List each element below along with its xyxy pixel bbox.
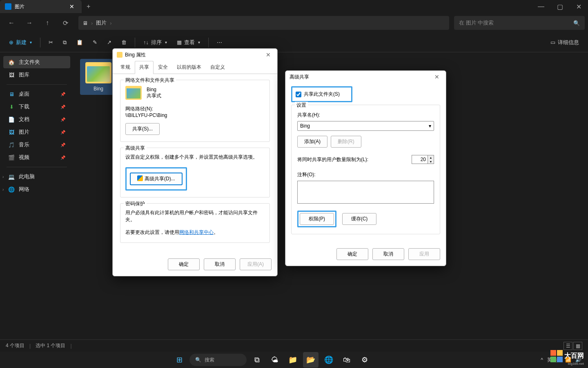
copy-button[interactable]: ⧉ xyxy=(59,36,71,49)
up-button[interactable]: ↑ xyxy=(39,16,56,30)
cancel-button[interactable]: 取消 xyxy=(372,248,404,260)
downloads-icon: ⬇ xyxy=(8,103,15,110)
sidebar-item-home[interactable]: 🏠主文件夹 xyxy=(3,56,70,68)
folder-bing[interactable]: Bing xyxy=(80,59,117,95)
tab-general[interactable]: 常规 xyxy=(116,61,135,74)
share-name-select[interactable]: Bing ▾ xyxy=(297,121,434,131)
new-tab-button[interactable]: + xyxy=(82,3,95,10)
breadcrumb-current[interactable]: 图片 xyxy=(96,19,107,27)
watermark-icon xyxy=(550,350,563,362)
delete-button[interactable]: 🗑 xyxy=(117,36,131,49)
pwd-line1: 用户必须具有此计算机的用户帐户和密码，才能访问共享文件夹。 xyxy=(125,209,265,223)
dialog-body: 共享此文件夹(S) 设置 共享名(H): Bing ▾ 添加(A) 删除(R) … xyxy=(285,83,446,244)
sidebar-item-videos[interactable]: 🎬视频📌 xyxy=(3,151,70,164)
paste-icon: 📋 xyxy=(76,39,83,45)
share-button[interactable]: 共享(S)... xyxy=(125,123,160,135)
network-center-link[interactable]: 网络和共享中心 xyxy=(179,229,214,235)
tab-pictures[interactable]: 图片 ✕ xyxy=(0,0,82,13)
cancel-button[interactable]: 取消 xyxy=(204,258,236,270)
spinner-down[interactable]: ▼ xyxy=(428,159,434,164)
share-folder-checkbox[interactable] xyxy=(296,92,301,97)
chevron-right-icon[interactable]: › xyxy=(2,175,4,179)
dialog-titlebar[interactable]: 高级共享 ✕ xyxy=(285,71,446,83)
sort-button[interactable]: ↑↓ 排序 ▾ xyxy=(139,36,171,49)
back-button[interactable]: ← xyxy=(3,16,20,30)
rename-icon: ✎ xyxy=(93,39,97,45)
pin-icon: 📌 xyxy=(60,143,65,147)
advanced-share-button[interactable]: 高级共享(D)... xyxy=(130,173,183,185)
apply-button[interactable]: 应用(A) xyxy=(240,258,272,270)
share-button[interactable]: ↗ xyxy=(103,36,116,49)
toolbar: ⊕ 新建 ▾ ✂ ⧉ 📋 ✎ ↗ 🗑 ↑↓ 排序 ▾ ▦ 查看 ▾ ⋯ ▭ 详细… xyxy=(0,33,588,52)
taskbar-search[interactable]: 🔍搜索 xyxy=(189,354,247,366)
view-grid-button[interactable]: ▦ xyxy=(573,342,582,350)
sidebar-item-downloads[interactable]: ⬇下载📌 xyxy=(3,101,70,113)
view-list-button[interactable]: ☰ xyxy=(564,342,572,350)
pin-icon: 📌 xyxy=(60,105,65,109)
sidebar-item-desktop[interactable]: 🖥桌面📌 xyxy=(3,88,70,100)
separator xyxy=(7,84,67,85)
close-dialog-button[interactable]: ✕ xyxy=(432,73,442,81)
close-tab-icon[interactable]: ✕ xyxy=(67,2,77,11)
desktop-icon: 🖥 xyxy=(8,91,15,97)
more-button[interactable]: ⋯ xyxy=(213,36,226,49)
ok-button[interactable]: 确定 xyxy=(336,248,368,260)
taskbar-explorer[interactable]: 📂 xyxy=(303,352,318,368)
password-protection-group: 密码保护 用户必须具有此计算机的用户帐户和密码，才能访问共享文件夹。 若要更改此… xyxy=(120,203,270,243)
search-input[interactable]: 在 图片 中搜索 🔍 xyxy=(454,16,585,30)
cache-button[interactable]: 缓存(C) xyxy=(342,213,376,225)
sidebar-item-this-pc[interactable]: ›💻此电脑 xyxy=(3,171,70,183)
user-limit-spinner[interactable]: ▲ ▼ xyxy=(412,155,434,164)
view-button[interactable]: ▦ 查看 ▾ xyxy=(173,36,204,49)
paste-button[interactable]: 📋 xyxy=(72,36,87,49)
forward-button[interactable]: → xyxy=(21,16,38,30)
tab-custom[interactable]: 自定义 xyxy=(206,61,229,74)
shield-icon xyxy=(137,175,143,181)
taskbar-app[interactable]: 📁 xyxy=(285,352,301,368)
sidebar-item-network[interactable]: ›🌐网络 xyxy=(3,183,70,195)
user-limit-input[interactable] xyxy=(412,155,428,164)
minimize-button[interactable]: — xyxy=(532,0,550,13)
permissions-button[interactable]: 权限(P) xyxy=(300,213,334,225)
close-window-button[interactable]: ✕ xyxy=(569,0,588,13)
details-pane-button[interactable]: ▭ 详细信息 xyxy=(546,36,583,49)
cut-button[interactable]: ✂ xyxy=(45,36,57,49)
tab-sharing[interactable]: 共享 xyxy=(135,61,154,74)
plus-icon: ⊕ xyxy=(9,39,13,45)
taskbar-settings[interactable]: ⚙ xyxy=(357,352,372,368)
sidebar-item-documents[interactable]: 📄文档📌 xyxy=(3,113,70,126)
folder-icon xyxy=(117,52,122,58)
highlight-annotation: 高级共享(D)... xyxy=(125,167,187,191)
comment-textarea[interactable] xyxy=(297,181,434,204)
taskbar-edge[interactable]: 🌐 xyxy=(321,352,336,368)
sidebar-item-music[interactable]: 🎵音乐📌 xyxy=(3,139,70,151)
ok-button[interactable]: 确定 xyxy=(168,258,200,270)
weather-widget[interactable]: 🌤 xyxy=(267,352,283,368)
add-button[interactable]: 添加(A) xyxy=(297,136,327,148)
spinner-up[interactable]: ▲ xyxy=(428,155,434,159)
start-button[interactable]: ⊞ xyxy=(172,352,187,368)
task-view-button[interactable]: ⧉ xyxy=(249,352,265,368)
search-icon: 🔍 xyxy=(195,357,201,363)
chevron-right-icon[interactable]: › xyxy=(2,187,4,192)
tab-security[interactable]: 安全 xyxy=(154,61,172,74)
remove-button[interactable]: 删除(R) xyxy=(331,136,361,148)
refresh-button[interactable]: ⟳ xyxy=(57,16,74,30)
chevron-up-icon[interactable]: ^ xyxy=(541,357,543,363)
pictures-icon xyxy=(5,3,11,10)
sidebar-item-gallery[interactable]: 🖼图库 xyxy=(3,69,70,81)
sidebar-item-pictures[interactable]: 🖼图片📌 xyxy=(3,126,70,138)
address-bar[interactable]: 🖥 › 图片 › xyxy=(78,16,449,30)
share-folder-checkbox-row[interactable]: 共享此文件夹(S) xyxy=(293,88,342,100)
taskbar-store[interactable]: 🛍 xyxy=(339,352,354,368)
apply-button[interactable]: 应用 xyxy=(408,248,440,260)
tab-previous[interactable]: 以前的版本 xyxy=(172,61,206,74)
chevron-down-icon: ▾ xyxy=(429,123,431,129)
maximize-button[interactable]: ▢ xyxy=(550,0,569,13)
dialog-title-text: 高级共享 xyxy=(290,74,309,81)
dialog-titlebar[interactable]: Bing 属性 ✕ xyxy=(113,49,277,61)
close-dialog-button[interactable]: ✕ xyxy=(263,51,273,59)
new-button[interactable]: ⊕ 新建 ▾ xyxy=(5,36,36,49)
rename-button[interactable]: ✎ xyxy=(89,36,101,49)
network-sharing-group: 网络文件和文件夹共享 Bing 共享式 网络路径(N): \\BILLYFU-P… xyxy=(120,80,270,142)
